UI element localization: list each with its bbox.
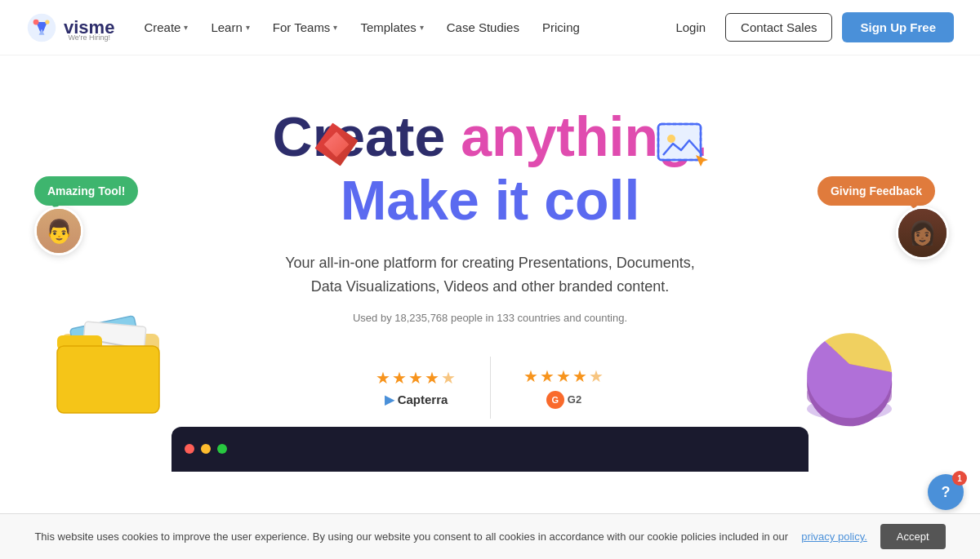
chevron-down-icon: ▾ xyxy=(420,23,424,32)
nav-item-learn[interactable]: Learn ▾ xyxy=(201,14,259,41)
svg-point-3 xyxy=(33,19,39,24)
svg-rect-17 xyxy=(57,335,102,350)
g2-stars: ★★★★★ xyxy=(523,366,605,386)
chevron-down-icon: ▾ xyxy=(184,23,188,32)
nav-item-for-teams[interactable]: For Teams ▾ xyxy=(263,14,348,41)
capterra-rating: ★★★★★ ▶ Capterra xyxy=(343,358,490,417)
help-badge: 1 xyxy=(952,471,967,486)
browser-preview-wrap xyxy=(16,427,964,472)
nav-item-case-studies[interactable]: Case Studies xyxy=(437,14,529,41)
nav-item-pricing[interactable]: Pricing xyxy=(532,14,590,41)
nav-item-templates[interactable]: Templates ▾ xyxy=(350,14,433,41)
g2-circle-icon: G xyxy=(546,391,564,409)
logo-icon xyxy=(26,12,57,43)
hero-stats: Used by 18,235,768 people in 133 countri… xyxy=(16,312,964,324)
hero-title-line2: Make it coll xyxy=(16,168,964,232)
g2-logo: G G2 xyxy=(546,391,581,409)
hero-section: Amazing Tool! 👨 Giving Feedback 👩🏾 xyxy=(0,55,980,504)
chevron-down-icon: ▾ xyxy=(333,23,337,32)
login-button[interactable]: Login xyxy=(666,14,715,41)
contact-sales-button[interactable]: Contact Sales xyxy=(725,13,832,42)
browser-dot-red xyxy=(185,444,194,454)
hero-title-line1: Create anything. xyxy=(16,104,964,168)
g2-rating: ★★★★★ G G2 xyxy=(490,357,638,419)
browser-preview xyxy=(172,427,808,472)
ratings-section: ★★★★★ ▶ Capterra ★★★★★ G G2 xyxy=(16,357,964,419)
capterra-logo: ▶ Capterra xyxy=(385,393,448,407)
nav-right: Login Contact Sales Sign Up Free xyxy=(666,12,954,42)
navbar: visme We're Hiring! Create ▾ Learn ▾ For… xyxy=(0,0,980,55)
signup-button[interactable]: Sign Up Free xyxy=(842,12,954,42)
capterra-stars: ★★★★★ xyxy=(376,368,457,388)
chevron-down-icon: ▾ xyxy=(246,23,250,32)
svg-point-4 xyxy=(45,20,49,24)
hiring-badge: We're Hiring! xyxy=(64,33,114,42)
browser-dot-yellow xyxy=(201,444,211,454)
logo-text-wrap: visme We're Hiring! xyxy=(64,17,114,38)
hero-title: Create anything. Make it coll xyxy=(16,104,964,232)
svg-line-14 xyxy=(91,340,136,348)
help-icon: ? xyxy=(942,484,951,501)
help-button[interactable]: ? 1 xyxy=(928,474,964,504)
nav-item-create[interactable]: Create ▾ xyxy=(134,14,198,41)
nav-left: visme We're Hiring! Create ▾ Learn ▾ For… xyxy=(26,12,590,43)
browser-dot-green xyxy=(217,444,227,454)
hero-subtitle: Your all-in-one platform for creating Pr… xyxy=(278,251,702,299)
logo-link[interactable]: visme We're Hiring! xyxy=(26,12,114,43)
